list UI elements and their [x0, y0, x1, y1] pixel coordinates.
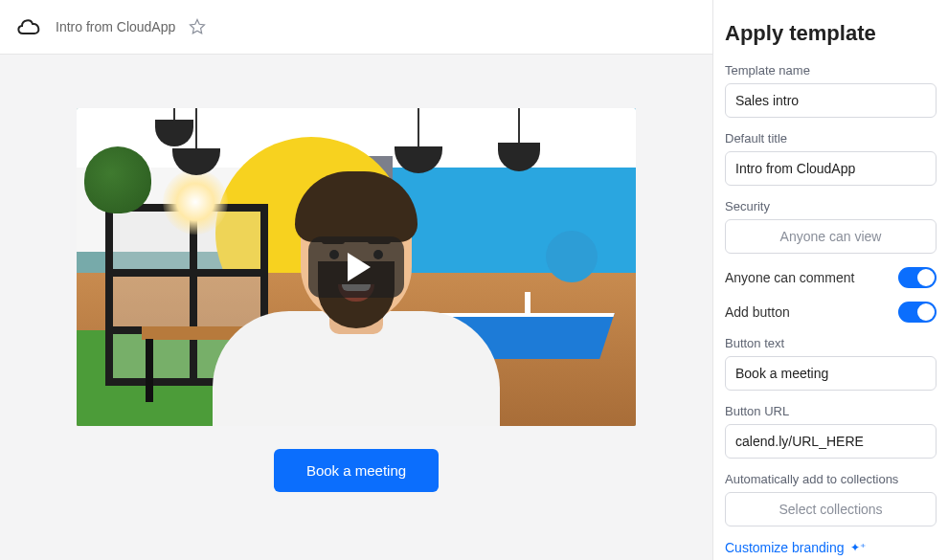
comment-toggle-label: Anyone can comment: [725, 270, 854, 285]
button-text-input[interactable]: [725, 356, 937, 391]
sparkle-icon: ✦⁺: [850, 541, 866, 554]
cloud-logo-icon: [15, 16, 42, 37]
collections-label: Automatically add to collections: [725, 472, 937, 486]
security-label: Security: [725, 199, 937, 213]
sidebar-heading: Apply template: [725, 21, 937, 46]
favorite-star-button[interactable]: [189, 18, 206, 35]
template-name-label: Template name: [725, 63, 937, 78]
cta-button[interactable]: Book a meeting: [274, 449, 439, 492]
play-icon: [348, 253, 371, 281]
star-icon: [189, 18, 206, 35]
comment-toggle[interactable]: [898, 267, 937, 288]
play-button[interactable]: [308, 236, 404, 298]
topbar: Intro from CloudApp: [0, 0, 712, 55]
security-select[interactable]: Anyone can view: [725, 219, 937, 254]
default-title-label: Default title: [725, 131, 937, 146]
default-title-input[interactable]: [725, 151, 937, 186]
preview-stage: Book a meeting: [0, 55, 712, 560]
customize-branding-label: Customize branding: [725, 540, 845, 555]
sidebar: Apply template Template name Default tit…: [712, 0, 948, 560]
customize-branding-link[interactable]: Customize branding ✦⁺: [725, 540, 866, 555]
main-panel: Intro from CloudApp: [0, 0, 712, 560]
add-button-toggle-label: Add button: [725, 304, 790, 320]
collections-select[interactable]: Select collections: [725, 492, 937, 526]
button-url-label: Button URL: [725, 404, 937, 418]
page-title: Intro from CloudApp: [56, 19, 175, 34]
template-name-input[interactable]: [725, 83, 937, 118]
video-preview[interactable]: [77, 108, 636, 426]
button-text-label: Button text: [725, 336, 937, 350]
add-button-toggle[interactable]: [898, 302, 937, 323]
button-url-input[interactable]: [725, 424, 937, 459]
